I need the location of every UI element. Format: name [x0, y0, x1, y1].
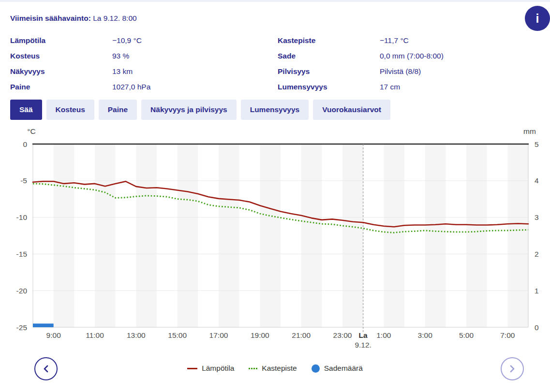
observation-row-cloudiness: Pilvisyys Pilvistä (8/8)	[278, 64, 444, 79]
temperature-line-swatch	[187, 368, 197, 369]
svg-text:5:00: 5:00	[459, 331, 474, 339]
tab-saa[interactable]: Sää	[10, 100, 42, 120]
svg-text:4: 4	[535, 176, 539, 185]
svg-text:1: 1	[535, 287, 539, 295]
chevron-right-icon	[509, 364, 516, 373]
tab-lumensyvyys[interactable]: Lumensyvyys	[241, 100, 309, 120]
chart-legend: Lämpötila Kastepiste Sademäärä	[0, 364, 550, 373]
svg-text:1:00: 1:00	[376, 331, 391, 339]
svg-text:7:00: 7:00	[500, 331, 515, 339]
humidity-label: Kosteus	[10, 52, 112, 60]
latest-observation-label: Viimeisin säähavainto:	[10, 14, 91, 22]
svg-text:11:00: 11:00	[86, 331, 104, 339]
tab-nakyvyys-ja-pilvisyys[interactable]: Näkyvyys ja pilvisyys	[141, 100, 237, 120]
pressure-value: 1027,0 hPa	[112, 83, 150, 91]
svg-text:3: 3	[535, 213, 539, 221]
legend-temperature-label: Lämpötila	[202, 364, 234, 373]
svg-text:0: 0	[535, 323, 539, 332]
svg-text:La: La	[359, 331, 368, 339]
weather-chart-svg: °Cmm0-5-10-15-20-255432109:0011:0013:001…	[0, 123, 550, 354]
svg-text:9:00: 9:00	[46, 331, 61, 339]
svg-text:13:00: 13:00	[127, 331, 146, 339]
cloudiness-label: Pilvisyys	[278, 67, 380, 76]
legend-item-dewpoint: Kastepiste	[249, 364, 297, 373]
observation-column-right: Kastepiste −11,7 °C Sade 0,0 mm (7:00-8:…	[278, 33, 444, 95]
observation-row-dewpoint: Kastepiste −11,7 °C	[278, 33, 444, 48]
svg-text:°C: °C	[27, 127, 35, 135]
humidity-value: 93 %	[112, 52, 129, 60]
visibility-value: 13 km	[112, 67, 133, 76]
snowdepth-value: 17 cm	[380, 83, 400, 91]
observation-row-temperature: Lämpötila −10,9 °C	[10, 33, 150, 48]
svg-text:17:00: 17:00	[209, 331, 228, 339]
svg-text:9.12.: 9.12.	[355, 341, 371, 349]
observation-row-pressure: Paine 1027,0 hPa	[10, 79, 150, 95]
svg-text:-25: -25	[16, 323, 27, 332]
info-button[interactable]: i	[525, 6, 550, 31]
svg-text:5: 5	[535, 140, 539, 148]
svg-text:21:00: 21:00	[292, 331, 311, 339]
cloudiness-value: Pilvistä (8/8)	[380, 67, 421, 76]
svg-text:23:00: 23:00	[333, 331, 352, 339]
chart-tabs: Sää Kosteus Paine Näkyvyys ja pilvisyys …	[10, 100, 390, 120]
pressure-label: Paine	[10, 83, 112, 91]
svg-text:mm: mm	[523, 127, 536, 135]
latest-observation-heading: Viimeisin säähavainto: La 9.12. 8:00	[10, 14, 137, 23]
tab-paine[interactable]: Paine	[99, 100, 137, 120]
snowdepth-label: Lumensyvyys	[278, 83, 380, 91]
precipitation-circle-swatch	[312, 364, 320, 373]
temperature-label: Lämpötila	[10, 36, 112, 45]
svg-text:15:00: 15:00	[168, 331, 187, 339]
rain-label: Sade	[278, 52, 380, 60]
observation-row-snowdepth: Lumensyvyys 17 cm	[278, 79, 444, 95]
next-period-button[interactable]	[501, 357, 524, 380]
legend-item-temperature: Lämpötila	[187, 364, 234, 373]
svg-text:-20: -20	[16, 287, 28, 295]
observation-row-visibility: Näkyvyys 13 km	[10, 64, 150, 79]
observation-row-humidity: Kosteus 93 %	[10, 48, 150, 64]
legend-item-precipitation: Sademäärä	[312, 364, 363, 373]
observation-column-left: Lämpötila −10,9 °C Kosteus 93 % Näkyvyys…	[10, 33, 150, 95]
svg-text:19:00: 19:00	[251, 331, 269, 339]
svg-text:-15: -15	[16, 250, 27, 258]
observation-row-rain: Sade 0,0 mm (7:00-8:00)	[278, 48, 444, 64]
rain-value: 0,0 mm (7:00-8:00)	[380, 52, 444, 60]
previous-period-button[interactable]	[34, 357, 58, 380]
dewpoint-dotted-swatch	[249, 368, 257, 369]
visibility-label: Näkyvyys	[10, 67, 112, 76]
legend-dewpoint-label: Kastepiste	[262, 364, 297, 373]
chevron-left-icon	[43, 364, 49, 373]
svg-text:-10: -10	[16, 213, 28, 221]
temperature-value: −10,9 °C	[112, 36, 142, 45]
latest-observation-time: La 9.12. 8:00	[91, 14, 137, 22]
legend-precipitation-label: Sademäärä	[324, 364, 363, 373]
svg-text:2: 2	[535, 250, 539, 258]
info-icon: i	[536, 12, 539, 26]
dewpoint-value: −11,7 °C	[380, 36, 409, 45]
tab-vuorokausiarvot[interactable]: Vuorokausiarvot	[313, 100, 390, 120]
svg-text:0: 0	[23, 140, 27, 148]
dewpoint-label: Kastepiste	[278, 36, 380, 45]
svg-text:-5: -5	[20, 176, 27, 185]
tab-kosteus[interactable]: Kosteus	[46, 100, 94, 120]
weather-chart: °Cmm0-5-10-15-20-255432109:0011:0013:001…	[0, 123, 550, 354]
top-divider	[0, 0, 550, 2]
svg-text:3:00: 3:00	[418, 331, 433, 339]
